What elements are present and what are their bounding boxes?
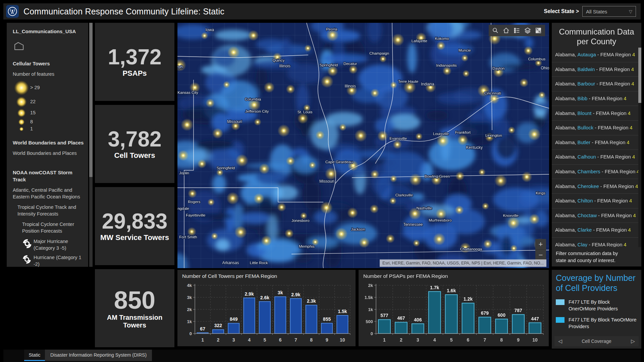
- bar-3[interactable]: [412, 324, 424, 334]
- bar-6[interactable]: [275, 297, 286, 334]
- bar-9[interactable]: [512, 314, 524, 334]
- bar-5[interactable]: [445, 295, 458, 334]
- county-row-clay[interactable]: Alabama,Clay- FEMA Region4: [552, 238, 638, 247]
- county-state-label: Alabama,: [555, 111, 576, 116]
- county-row-baldwin[interactable]: Alabama,Baldwin- FEMA Region4: [552, 62, 638, 77]
- coverage-panel-title: Coverage by Number of Cell Providers: [556, 273, 637, 293]
- county-state-label: Alabama,: [555, 198, 576, 203]
- search-icon[interactable]: [490, 25, 501, 36]
- x-axis-tick-label: 7: [294, 337, 297, 343]
- state-dropdown-value: All States: [586, 9, 607, 14]
- tower-glow-dot-icon: [19, 127, 23, 131]
- bar-8[interactable]: [306, 305, 317, 334]
- bar-2[interactable]: [213, 329, 224, 334]
- county-row-chilton[interactable]: Alabama,Chilton- FEMA Region4: [552, 194, 638, 208]
- bar-1[interactable]: [378, 319, 390, 334]
- county-row-clarke[interactable]: Alabama,Clarke- FEMA Region4: [552, 223, 638, 238]
- county-state-label: Alabama,: [555, 227, 576, 233]
- map-panel[interactable]: IowaPeoriaLafayetteKokomoMuncieChampaign…: [177, 23, 549, 268]
- county-row-blount[interactable]: Alabama,Blount- FEMA Region4: [552, 106, 638, 121]
- bar-3[interactable]: [228, 323, 239, 334]
- county-row-cherokee[interactable]: Alabama,Cherokee- FEMA Region4: [552, 179, 638, 194]
- psaps-bar-chart[interactable]: 5774674061.7k1.6k1.2k67960078744705001k1…: [359, 270, 549, 346]
- bar-10[interactable]: [337, 315, 348, 334]
- fema-region-number: 4: [632, 81, 634, 86]
- city-label: Cape Girardeau: [325, 160, 353, 164]
- pager-next-icon[interactable]: ▷: [627, 338, 639, 344]
- county-row-choctaw[interactable]: Alabama,Choctaw- FEMA Region4: [552, 208, 638, 223]
- bar-8[interactable]: [495, 319, 507, 334]
- bar-data-label: 3k: [278, 290, 283, 295]
- city-label: Jackson: [351, 227, 365, 231]
- feature-class-label: 1: [30, 126, 33, 132]
- sidebar-scrollbar-thumb[interactable]: [89, 23, 93, 177]
- county-row-calhoun[interactable]: Alabama,Calhoun- FEMA Region4: [552, 150, 638, 165]
- coverage-panel: Coverage by Number of Cell Providers F47…: [552, 270, 641, 349]
- bar-data-label: 2.9k: [291, 292, 300, 297]
- bar-data-label: 2.9k: [245, 291, 254, 297]
- bar-10[interactable]: [529, 323, 541, 334]
- bar-6[interactable]: [462, 303, 474, 334]
- county-scrollbar-thumb[interactable]: [638, 48, 641, 103]
- state-label: Missouri: [227, 119, 242, 124]
- y-axis-tick-label: 1k: [368, 307, 373, 312]
- stat-panel-psaps: 1,372PSAPs: [95, 23, 174, 101]
- city-label: Murfreesboro: [429, 218, 451, 222]
- county-scrollbar[interactable]: [638, 48, 641, 247]
- legend-icon[interactable]: [512, 25, 522, 36]
- county-row-barbour[interactable]: Alabama,Barbour- FEMA Region4: [552, 77, 638, 92]
- bar-7[interactable]: [479, 317, 491, 334]
- city-label: Rogers: [188, 200, 200, 204]
- home-icon[interactable]: [501, 25, 512, 36]
- bar-data-label: 1.7k: [430, 285, 439, 290]
- tab-dirs[interactable]: Disaster Information Reporting System (D…: [45, 350, 152, 361]
- tab-static[interactable]: Static: [24, 350, 45, 361]
- y-axis-tick-label: 0: [190, 331, 192, 336]
- zoom-out-button[interactable]: −: [535, 249, 546, 260]
- storm-class-legend: Major Hurricane (Category 3 -5)Hurricane…: [13, 238, 85, 267]
- state-label: Missouri: [319, 179, 334, 184]
- features-label: Number of features: [13, 71, 85, 78]
- layers-icon[interactable]: [522, 25, 533, 36]
- zoom-in-button[interactable]: +: [535, 239, 546, 249]
- city-label: Joplin: [179, 171, 189, 175]
- map-toolbar: [489, 25, 545, 36]
- bar-2[interactable]: [395, 322, 407, 334]
- cell-towers-bar-chart[interactable]: 673228492.9k2.6k3k2.9k2.3k8551.5k01k2k3k…: [177, 270, 356, 346]
- polygon-outline-icon: [13, 39, 85, 53]
- psaps-chart-title: Number of PSAPs per FEMA Region: [363, 273, 448, 279]
- forecast-group-label: Tropical Cyclone Track and Intensity For…: [13, 204, 83, 217]
- bar-4[interactable]: [429, 292, 441, 334]
- county-row-autauga[interactable]: Alabama,Autauga- FEMA Region4: [552, 48, 638, 62]
- pager-prev-icon[interactable]: ◁: [554, 338, 566, 344]
- county-name: Baldwin: [578, 67, 595, 72]
- state-label: Kentucky: [466, 145, 483, 150]
- county-row-chambers[interactable]: Alabama,Chambers- FEMA Region4: [552, 165, 638, 179]
- county-row-butler[interactable]: Alabama,Butler- FEMA Region4: [552, 135, 638, 150]
- bar-4[interactable]: [244, 298, 255, 334]
- broadcast-antenna-icon: [6, 5, 19, 18]
- basemap-icon[interactable]: [533, 25, 544, 36]
- county-row-bibb[interactable]: Alabama,Bibb- FEMA Region4: [552, 92, 638, 106]
- city-label: Muncie: [459, 48, 471, 52]
- sidebar-scrollbar[interactable]: [89, 23, 93, 267]
- city-label: Terre Haute: [398, 79, 418, 83]
- bar-5[interactable]: [259, 302, 270, 334]
- layer-title-ll-communications: LL_Communications_USA: [13, 28, 85, 35]
- fema-region-label: - FEMA Region: [596, 81, 630, 86]
- city-label: Cincinnati: [484, 91, 501, 95]
- county-state-label: Alabama,: [555, 67, 576, 72]
- storm-class-row: Major Hurricane (Category 3 -5): [22, 238, 85, 251]
- bar-data-label: 849: [230, 316, 238, 322]
- x-axis-tick-label: 8: [310, 337, 313, 343]
- city-label: Indianapolis: [436, 63, 457, 67]
- bar-data-label: 600: [498, 312, 506, 318]
- state-dropdown[interactable]: All States ▽: [582, 6, 636, 17]
- city-label: Columbus: [528, 57, 546, 61]
- bar-9[interactable]: [321, 323, 332, 334]
- city-label: Quincy: [272, 58, 284, 62]
- bar-7[interactable]: [290, 299, 301, 334]
- basemap-canvas[interactable]: IowaPeoriaLafayetteKokomoMuncieChampaign…: [177, 23, 549, 268]
- coverage-swatch-icon: [556, 299, 565, 305]
- county-row-bullock[interactable]: Alabama,Bullock- FEMA Region4: [552, 121, 638, 135]
